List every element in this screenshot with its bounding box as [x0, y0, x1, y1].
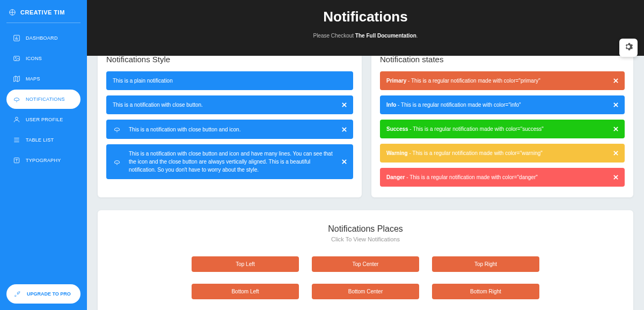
settings-fab[interactable]	[619, 39, 638, 57]
notification-states-card: Notification states Primary - This is a …	[371, 46, 633, 197]
position-top-right-button[interactable]: Top Right	[432, 256, 539, 272]
sidebar-item-label: USER PROFILE	[26, 117, 63, 122]
svg-point-4	[16, 117, 18, 120]
alert-text: Success - This is a regular notification…	[386, 125, 557, 133]
alert-text: Primary - This is a regular notification…	[386, 77, 553, 85]
notifications-style-card: Notifications Style This is a plain noti…	[98, 46, 362, 197]
close-icon[interactable]	[612, 126, 619, 133]
sidebar-item-user-profile[interactable]: USER PROFILE	[6, 110, 80, 129]
text-icon	[13, 157, 20, 164]
content: Notifications Style This is a plain noti…	[87, 46, 644, 310]
close-icon[interactable]	[340, 101, 348, 109]
close-icon[interactable]	[340, 158, 348, 166]
sidebar-item-label: DASHBOARD	[26, 35, 58, 41]
sidebar-item-icons[interactable]: ICONS	[6, 49, 80, 68]
sidebar-item-typography[interactable]: TYPOGRAPHY	[6, 151, 80, 170]
sidebar-item-notifications[interactable]: NOTIFICATIONS	[6, 90, 80, 109]
page-title: Notifications	[87, 9, 644, 25]
nav: DASHBOARD ICONS MAPS NOTIFICATIONS USER …	[6, 28, 80, 170]
position-bottom-center-button[interactable]: Bottom Center	[312, 284, 419, 299]
svg-point-3	[15, 57, 16, 58]
places-subtitle: Click To View Notifications	[108, 236, 623, 242]
alert-with-close: This is a notification with close button…	[106, 95, 353, 114]
close-icon[interactable]	[340, 126, 348, 133]
list-icon	[13, 136, 20, 144]
brand[interactable]: CREATIVE TIM	[6, 5, 80, 20]
page-header: Notifications Please Checkout The Full D…	[87, 0, 644, 56]
alert-with-icon: This is a notification with close button…	[106, 120, 353, 139]
card-title: Notification states	[380, 55, 625, 64]
sidebar-item-table-list[interactable]: TABLE LIST	[6, 130, 80, 150]
brand-icon	[9, 9, 16, 16]
alert-state-danger: Danger - This is a regular notification …	[380, 168, 625, 187]
close-icon[interactable]	[612, 150, 619, 157]
position-bottom-left-button[interactable]: Bottom Left	[192, 284, 299, 299]
documentation-link[interactable]: The Full Documentation	[355, 33, 416, 39]
alert-state-success: Success - This is a regular notification…	[380, 120, 625, 138]
main: Notifications Please Checkout The Full D…	[87, 0, 644, 310]
position-top-left-button[interactable]: Top Left	[192, 256, 299, 272]
places-title: Notifications Places	[108, 224, 623, 234]
sidebar-item-label: TABLE LIST	[26, 137, 54, 143]
image-icon	[13, 55, 20, 62]
sidebar-item-label: TYPOGRAPHY	[26, 158, 61, 163]
bell-icon	[113, 158, 121, 166]
sidebar-item-label: ICONS	[26, 56, 42, 61]
svg-rect-2	[14, 56, 20, 61]
sidebar-item-label: MAPS	[26, 76, 40, 82]
rocket-icon	[14, 290, 21, 298]
alert-state-info: Info - This is a regular notification ma…	[380, 95, 625, 114]
alert-plain: This is a plain notification	[106, 71, 353, 90]
notifications-places-card: Notifications Places Click To View Notif…	[98, 210, 633, 310]
sidebar-item-label: NOTIFICATIONS	[26, 97, 65, 102]
alert-long: This is a notification with close button…	[106, 144, 353, 179]
map-icon	[13, 75, 20, 83]
divider	[6, 23, 80, 23]
alert-text: Info - This is a regular notification ma…	[386, 101, 534, 109]
sidebar-item-maps[interactable]: MAPS	[6, 69, 80, 88]
alert-state-primary: Primary - This is a regular notification…	[380, 71, 625, 90]
upgrade-label: UPGRADE TO PRO	[27, 291, 71, 297]
close-icon[interactable]	[612, 101, 619, 109]
page-subtitle: Please Checkout The Full Documentation.	[87, 33, 644, 39]
position-bottom-right-button[interactable]: Bottom Right	[432, 284, 539, 299]
brand-label: CREATIVE TIM	[20, 9, 65, 16]
alert-text: Warning - This is a regular notification…	[386, 149, 555, 157]
alert-text: This is a notification with close button…	[113, 101, 216, 109]
position-top-center-button[interactable]: Top Center	[312, 256, 419, 272]
bell-icon	[13, 95, 20, 103]
gear-icon	[624, 42, 633, 54]
upgrade-button[interactable]: UPGRADE TO PRO	[6, 284, 80, 304]
alert-text: This is a plain notification	[113, 77, 186, 85]
user-icon	[13, 116, 20, 123]
close-icon[interactable]	[612, 174, 619, 181]
sidebar-item-dashboard[interactable]: DASHBOARD	[6, 28, 80, 48]
chart-icon	[13, 34, 20, 42]
card-title: Notifications Style	[106, 55, 353, 64]
bell-icon	[113, 125, 121, 134]
alert-text: This is a notification with close button…	[129, 126, 253, 134]
sidebar: CREATIVE TIM DASHBOARD ICONS MAPS NOTIFI…	[0, 0, 87, 310]
alert-text: Danger - This is a regular notification …	[386, 173, 551, 181]
close-icon[interactable]	[612, 77, 619, 85]
alert-state-warning: Warning - This is a regular notification…	[380, 144, 625, 163]
alert-text: This is a notification with close button…	[129, 150, 347, 174]
